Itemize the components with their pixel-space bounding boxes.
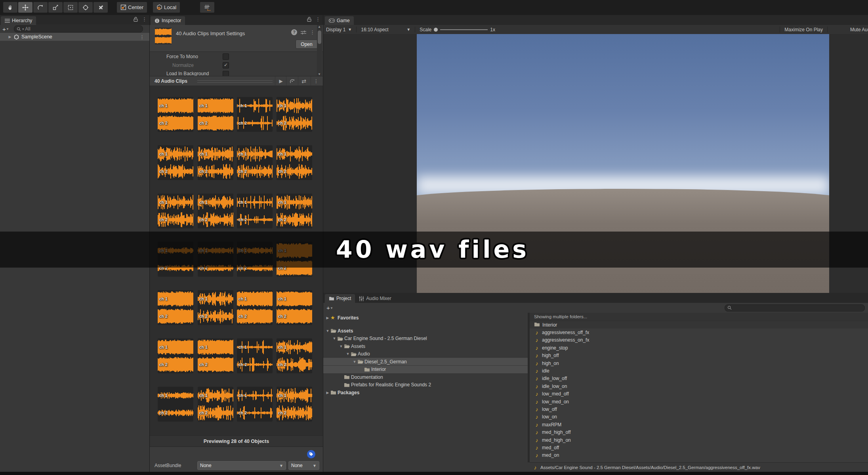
tree-expand-arrow[interactable]: ▼ [352, 360, 357, 364]
hand-tool-button[interactable] [3, 2, 17, 13]
scene-kebab-icon[interactable]: ⋮ [139, 34, 145, 40]
scale-tool-button[interactable] [48, 2, 63, 13]
file-item-low-off[interactable]: ♪low_off [530, 405, 868, 413]
load-in-background-checkbox[interactable] [223, 71, 229, 76]
audio-clip-preview[interactable]: ch 1ch 2 [277, 194, 312, 228]
file-item-idle-low-on[interactable]: ♪idle_low_on [530, 382, 868, 390]
audio-clip-preview[interactable]: ch 1ch 2 [158, 97, 193, 132]
tree-item-documentation[interactable]: Documentation [323, 373, 528, 381]
auto-play-button[interactable] [286, 76, 298, 86]
scale-slider-knob[interactable] [434, 28, 438, 32]
hierarchy-search-input[interactable]: ▾ All [14, 25, 143, 32]
file-item-low-med-off[interactable]: ♪low_med_off [530, 390, 868, 398]
scrollbar-thumb[interactable] [318, 30, 321, 44]
preview-drag-handle[interactable] [197, 80, 273, 83]
add-object-dropdown-arrow[interactable]: ▾ [7, 27, 9, 31]
audio-clip-preview[interactable]: ch 1ch 2 [237, 290, 273, 325]
assetbundle-tag-icon[interactable] [307, 450, 315, 458]
assetbundle-dropdown[interactable]: None ▼ [197, 461, 286, 470]
tab-game[interactable]: Game [325, 16, 354, 25]
mute-audio-button[interactable]: Mute Audio [847, 27, 868, 32]
rotate-tool-button[interactable] [33, 2, 48, 13]
tree-expand-arrow[interactable]: ▼ [338, 344, 344, 348]
create-asset-button[interactable]: + [326, 305, 330, 311]
audio-clip-preview[interactable]: ch 1ch 2 [237, 145, 273, 180]
tree-item-car-engine-sound-2-5-german-diesel[interactable]: ▼Car Engine Sound - 2.5 German Diesel [323, 335, 528, 342]
audio-clip-preview[interactable]: ch 1ch 2 [277, 290, 312, 325]
tree-item-packages[interactable]: ▶Packages [323, 389, 528, 396]
pivot-local-button[interactable]: Local [153, 2, 180, 13]
open-button[interactable]: Open [296, 40, 318, 49]
audio-clip-preview[interactable]: ch 1ch 2 [237, 338, 273, 373]
audio-clip-preview[interactable]: ch 1ch 2 [277, 145, 312, 180]
file-item-med-on[interactable]: ♪med_on [530, 452, 868, 459]
tree-expand-arrow[interactable]: ▼ [325, 329, 330, 333]
assetbundle-variant-dropdown[interactable]: None ▼ [288, 461, 319, 470]
display-dropdown[interactable]: Display 1 ▼ [323, 27, 355, 32]
presets-icon[interactable] [301, 30, 306, 35]
tree-item-prefabs-for-realistic-engine-sounds-2[interactable]: Prefabs for Realistic Engine Sounds 2 [323, 381, 528, 389]
pivot-center-button[interactable]: Center [117, 2, 147, 13]
audio-clip-preview[interactable]: ch 1ch 2 [237, 97, 273, 132]
audio-clip-preview[interactable]: ch 1ch 2 [277, 97, 312, 132]
audio-clip-preview[interactable]: ch 1ch 2 [198, 338, 233, 373]
tree-item-assets[interactable]: ▼Assets [323, 342, 528, 350]
tab-hierarchy[interactable]: Hierarchy [1, 16, 36, 25]
audio-clip-preview[interactable]: ch 1ch 2 [198, 387, 233, 422]
audio-clip-preview[interactable]: ch 1ch 2 [277, 387, 312, 422]
file-item-low-med-on[interactable]: ♪low_med_on [530, 398, 868, 405]
file-item-aggressiveness-off-fx[interactable]: ♪aggressiveness_off_fx [530, 329, 868, 336]
file-item-med-off[interactable]: ♪med_off [530, 444, 868, 451]
audio-clip-preview[interactable]: ch 1ch 2 [237, 387, 273, 422]
create-asset-dropdown-arrow[interactable]: ▾ [331, 306, 333, 310]
aspect-dropdown[interactable]: 16:10 Aspect ▼ [358, 27, 413, 32]
file-item-idle[interactable]: ♪idle [530, 367, 868, 374]
kebab-menu-icon[interactable]: ⋮ [142, 17, 147, 22]
kebab-menu-icon[interactable]: ⋮ [315, 17, 320, 22]
rect-tool-button[interactable] [63, 2, 78, 13]
search-filter-arrow[interactable]: ▾ [22, 27, 24, 31]
tab-inspector[interactable]: Inspector [151, 16, 185, 25]
maximize-on-play-button[interactable]: Maximize On Play [782, 27, 826, 32]
audio-clip-preview[interactable]: ch 1ch 2 [198, 97, 233, 132]
tree-item-favorites[interactable]: ▶★Favorites [323, 314, 528, 321]
lock-icon[interactable] [307, 17, 311, 22]
audio-clip-preview[interactable]: ch 1ch 2 [158, 145, 193, 180]
file-item-high-off[interactable]: ♪high_off [530, 352, 868, 359]
custom-tools-button[interactable] [93, 2, 108, 13]
file-item-interior[interactable]: Interior [530, 321, 868, 329]
file-item-engine-stop[interactable]: ♪engine_stop [530, 344, 868, 352]
add-object-button[interactable]: + [2, 26, 6, 32]
grid-snapping-button[interactable] [200, 2, 214, 13]
tree-item-audio[interactable]: ▼Audio [323, 350, 528, 358]
tab-audio-mixer[interactable]: Audio Mixer [355, 294, 395, 303]
tree-item-assets[interactable]: ▼Assets [323, 327, 528, 334]
scene-row-samplescene[interactable]: ▶ SampleScene ⋮ [0, 33, 149, 41]
help-icon[interactable]: ? [291, 29, 297, 35]
audio-clip-preview[interactable]: ch 1ch 2 [198, 194, 233, 228]
tab-project[interactable]: Project [325, 294, 355, 303]
force-to-mono-checkbox[interactable] [223, 53, 229, 60]
normalize-checkbox[interactable]: ✓ [223, 62, 229, 68]
file-item-med-high-off[interactable]: ♪med_high_off [530, 429, 868, 436]
file-item-idle-low-off[interactable]: ♪idle_low_off [530, 375, 868, 382]
tree-expand-arrow[interactable]: ▶ [325, 316, 330, 320]
file-item-aggressiveness-on-fx[interactable]: ♪aggressiveness_on_fx [530, 336, 868, 344]
audio-clip-preview[interactable]: ch 1ch 2 [198, 145, 233, 180]
audio-clip-preview[interactable]: ch 1ch 2 [158, 338, 193, 373]
scroll-up-arrow[interactable]: ▲ [318, 25, 321, 28]
scene-expand-arrow[interactable]: ▶ [7, 35, 13, 39]
loop-button[interactable]: ⇄ [298, 76, 309, 86]
tree-expand-arrow[interactable]: ▶ [325, 391, 330, 395]
file-item-high-on[interactable]: ♪high_on [530, 359, 868, 367]
audio-clip-preview[interactable]: ch 1ch 2 [158, 290, 193, 325]
project-search-input[interactable] [725, 304, 865, 312]
tree-expand-arrow[interactable]: ▼ [332, 336, 337, 340]
lock-icon[interactable] [134, 17, 138, 22]
file-item-med-high-on[interactable]: ♪med_high_on [530, 436, 868, 444]
transform-tool-button[interactable] [78, 2, 93, 13]
audio-clip-preview[interactable]: ch 1ch 2 [237, 194, 273, 228]
preview-kebab-icon[interactable]: ⋮ [311, 76, 321, 86]
file-item-maxrpm[interactable]: ♪maxRPM [530, 421, 868, 428]
audio-clip-preview[interactable]: ch 1ch 2 [198, 290, 233, 325]
